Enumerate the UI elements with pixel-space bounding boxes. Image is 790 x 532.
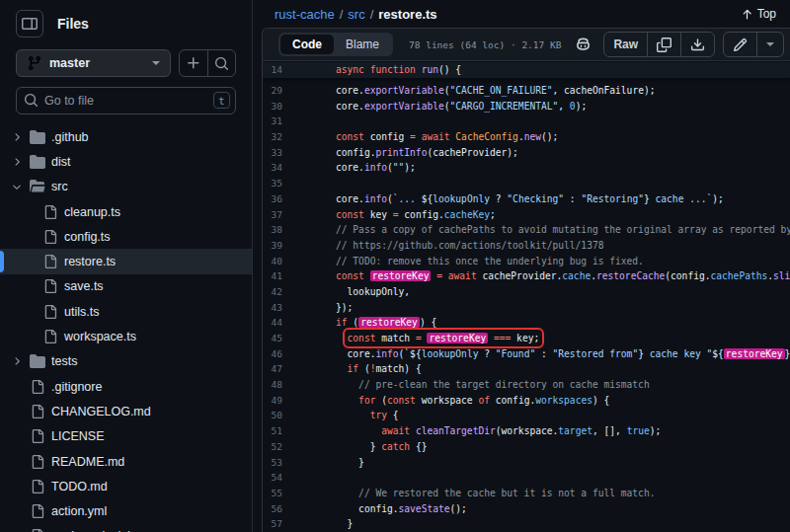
- breadcrumb-folder-link[interactable]: src: [348, 7, 364, 22]
- code-content: 14async function run() {29core.exportVar…: [263, 61, 790, 532]
- tree-item-config.ts[interactable]: config.ts: [0, 224, 252, 249]
- line-number[interactable]: 43: [263, 302, 282, 313]
- breadcrumb-separator: /: [370, 7, 374, 22]
- line-content: });: [336, 302, 353, 313]
- tree-item-cleanup.ts[interactable]: cleanup.ts: [0, 199, 252, 224]
- line-number[interactable]: 51: [263, 425, 282, 436]
- back-to-top-link[interactable]: Top: [741, 7, 776, 21]
- branch-selector-button[interactable]: master: [16, 49, 171, 77]
- line-number[interactable]: 29: [263, 85, 282, 96]
- tab-blame[interactable]: Blame: [334, 35, 391, 54]
- line-number[interactable]: 41: [263, 270, 282, 281]
- edit-file-button[interactable]: [724, 33, 756, 56]
- line-number[interactable]: 48: [263, 379, 282, 390]
- chevron-right-icon: [10, 156, 24, 168]
- line-number[interactable]: 33: [263, 147, 282, 158]
- line-number[interactable]: 57: [263, 518, 282, 529]
- copy-raw-button[interactable]: [647, 33, 680, 56]
- line-number[interactable]: 52: [263, 441, 282, 452]
- line-number[interactable]: 35: [263, 178, 282, 189]
- file-name: cleanup.ts: [64, 205, 120, 219]
- search-highlight: restoreKey: [427, 333, 488, 343]
- raw-button[interactable]: Raw: [604, 33, 647, 56]
- tab-code[interactable]: Code: [280, 35, 334, 54]
- file-name: README.md: [51, 455, 124, 469]
- tree-item-.gitignore[interactable]: .gitignore: [0, 374, 252, 399]
- copilot-button[interactable]: [571, 32, 595, 57]
- tree-item-restore.ts[interactable]: restore.ts: [0, 249, 252, 273]
- download-button[interactable]: [680, 33, 714, 56]
- add-file-button[interactable]: [180, 50, 207, 76]
- file-name: .gitignore: [51, 380, 102, 394]
- line-number[interactable]: 31: [263, 115, 282, 126]
- line-number[interactable]: 53: [263, 457, 282, 468]
- file-icon: [42, 255, 58, 268]
- line-number[interactable]: 40: [263, 256, 282, 266]
- line-content: core.info(`... ${lookupOnly ? "Checking"…: [336, 193, 724, 204]
- code-line: 41const restoreKey = await cacheProvider…: [263, 268, 790, 284]
- line-content: if (restoreKey) {: [336, 317, 436, 328]
- line-number[interactable]: 30: [263, 101, 282, 112]
- line-content: }: [336, 518, 353, 529]
- plus-icon: [186, 55, 201, 71]
- line-content: core.exportVariable("CARGO_INCREMENTAL",…: [336, 101, 587, 112]
- file-icon: [30, 405, 45, 418]
- line-number[interactable]: 56: [263, 503, 282, 514]
- search-icon: [214, 56, 229, 71]
- line-content: const restoreKey = await cacheProvider.c…: [336, 270, 790, 281]
- search-this-repo-button[interactable]: [207, 50, 235, 76]
- tree-item-tests[interactable]: tests: [0, 349, 252, 374]
- line-number[interactable]: 14: [263, 64, 282, 75]
- line-number[interactable]: 38: [263, 224, 282, 235]
- line-number[interactable]: 42: [263, 286, 282, 297]
- line-content: if (!match) {: [336, 363, 422, 374]
- line-content: // https://github.com/actions/toolkit/pu…: [336, 240, 603, 251]
- file-tree-sidebar: Files master t .githubdistsrccleanup.tsc…: [0, 0, 253, 532]
- line-number[interactable]: 54: [263, 472, 282, 483]
- file-name: .github: [51, 130, 89, 144]
- tree-item-save.ts[interactable]: save.ts: [0, 274, 252, 299]
- line-number[interactable]: 47: [263, 363, 282, 374]
- line-number[interactable]: 36: [263, 193, 282, 204]
- tree-item-LICENSE[interactable]: LICENSE: [0, 424, 252, 449]
- line-number[interactable]: 37: [263, 209, 282, 220]
- tree-item-utils.ts[interactable]: utils.ts: [0, 299, 252, 324]
- line-number[interactable]: 34: [263, 162, 282, 173]
- code-line: 34core.info("");: [263, 160, 790, 176]
- line-content: // pre-clean the target directory on cac…: [336, 379, 650, 390]
- breadcrumb-repo-link[interactable]: rust-cache: [275, 7, 335, 22]
- tree-item-workspace.ts[interactable]: workspace.ts: [0, 324, 252, 348]
- file-name: restore.ts: [64, 255, 116, 268]
- tree-item-README.md[interactable]: README.md: [0, 449, 252, 474]
- line-number[interactable]: 44: [263, 317, 282, 328]
- tree-item-TODO.md[interactable]: TODO.md: [0, 474, 252, 498]
- line-content: // Pass a copy of cachePaths to avoid mu…: [336, 224, 790, 235]
- breadcrumb-current-file: restore.ts: [378, 7, 436, 22]
- line-content: await cleanTargetDir(workspace.target, […: [336, 425, 661, 436]
- caret-down-icon: [152, 61, 160, 65]
- tree-item-.github[interactable]: .github: [0, 124, 252, 149]
- tree-item-CHANGELOG.md[interactable]: CHANGELOG.md: [0, 399, 252, 423]
- code-line: 35: [263, 176, 790, 191]
- file-name: src: [51, 180, 68, 193]
- tree-item-package-lock.json[interactable]: package-lock.json: [0, 524, 252, 532]
- collapse-file-tree-button[interactable]: [16, 10, 43, 38]
- line-number[interactable]: 39: [263, 240, 282, 251]
- line-number[interactable]: 46: [263, 348, 282, 359]
- tree-item-action.yml[interactable]: action.yml: [0, 498, 252, 523]
- line-content: try {: [336, 410, 399, 420]
- search-highlight: restoreKey: [370, 270, 432, 281]
- go-to-file-input[interactable]: [16, 87, 236, 114]
- code-line: 31: [263, 114, 790, 129]
- search-highlight: restoreKey: [358, 317, 420, 328]
- code-blame-switch: Code Blame: [278, 33, 393, 56]
- line-number[interactable]: 50: [263, 410, 282, 420]
- line-number[interactable]: 45: [263, 333, 282, 343]
- breadcrumb-separator: /: [340, 7, 344, 22]
- line-number[interactable]: 55: [263, 488, 282, 498]
- tree-item-dist[interactable]: dist: [0, 149, 252, 174]
- line-number[interactable]: 49: [263, 395, 282, 406]
- edit-dropdown-button[interactable]: [756, 33, 783, 56]
- tree-item-src[interactable]: src: [0, 175, 252, 199]
- line-number[interactable]: 32: [263, 131, 282, 142]
